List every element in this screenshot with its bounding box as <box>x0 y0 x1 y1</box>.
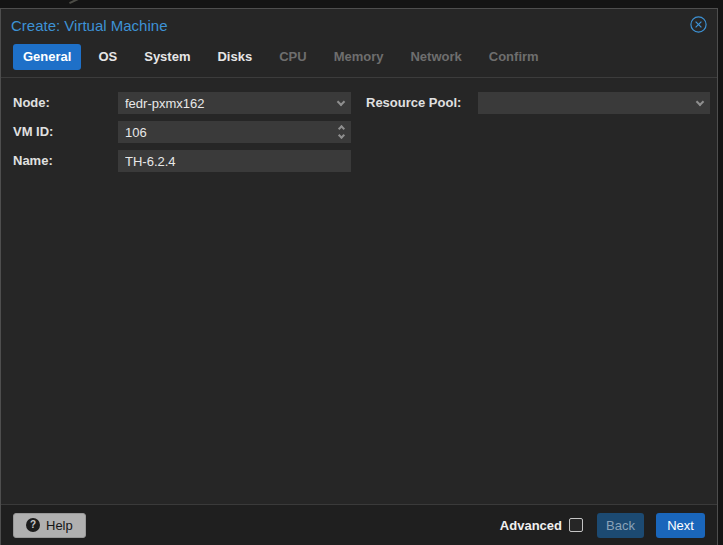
next-button[interactable]: Next <box>656 513 705 538</box>
vmid-input[interactable] <box>118 121 351 143</box>
tab-system[interactable]: System <box>134 44 200 70</box>
resource-pool-input[interactable] <box>478 92 710 114</box>
dialog-footer: ? Help Advanced Back Next <box>1 504 717 545</box>
help-button-label: Help <box>46 518 73 533</box>
node-label: Node: <box>13 92 50 114</box>
tab-confirm: Confirm <box>479 44 549 70</box>
tab-os[interactable]: OS <box>88 44 127 70</box>
advanced-label: Advanced <box>500 518 562 533</box>
vmid-spinner[interactable] <box>118 121 351 143</box>
tab-network: Network <box>400 44 471 70</box>
tab-disks[interactable]: Disks <box>207 44 262 70</box>
chevron-down-icon <box>337 97 345 105</box>
chevron-down-icon <box>696 97 704 105</box>
node-input[interactable] <box>118 92 351 114</box>
resource-pool-dropdown-trigger[interactable] <box>690 92 710 114</box>
name-field[interactable] <box>118 150 351 172</box>
name-label: Name: <box>13 150 53 172</box>
chevron-down-icon <box>337 132 344 139</box>
help-button[interactable]: ? Help <box>13 513 86 538</box>
tab-cpu: CPU <box>269 44 316 70</box>
tab-general[interactable]: General <box>13 44 81 70</box>
general-tab-panel: Node: VM ID: Name: Resource Pool: <box>1 78 717 502</box>
footer-actions: Advanced Back Next <box>500 513 705 538</box>
tab-memory: Memory <box>324 44 394 70</box>
wizard-tabbar: General OS System Disks CPU Memory Netwo… <box>1 37 717 78</box>
background-artifact <box>69 0 79 4</box>
create-vm-dialog: Create: Virtual Machine General OS Syste… <box>0 8 718 545</box>
vmid-spinner-trigger[interactable] <box>331 121 351 143</box>
name-input[interactable] <box>118 150 351 172</box>
close-icon[interactable] <box>690 16 707 33</box>
dialog-title: Create: Virtual Machine <box>11 17 167 34</box>
question-circle-icon: ? <box>26 518 40 532</box>
advanced-checkbox[interactable] <box>569 518 583 532</box>
back-button[interactable]: Back <box>597 513 644 538</box>
node-combobox[interactable] <box>118 92 351 114</box>
resource-pool-label: Resource Pool: <box>366 92 461 114</box>
resource-pool-combobox[interactable] <box>478 92 710 114</box>
dialog-header: Create: Virtual Machine <box>1 9 717 37</box>
node-dropdown-trigger[interactable] <box>331 92 351 114</box>
vmid-label: VM ID: <box>13 121 53 143</box>
